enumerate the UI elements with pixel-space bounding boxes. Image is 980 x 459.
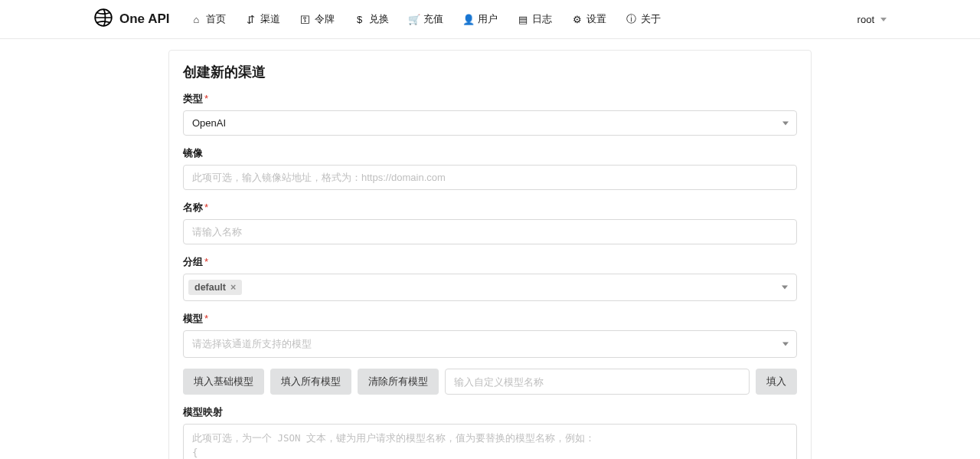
cart-icon: 🛒 (409, 14, 420, 25)
name-input[interactable] (183, 219, 797, 244)
user-icon: 👤 (463, 14, 474, 25)
nav-item-redeem[interactable]: $兑换 (347, 8, 397, 31)
form-card: 创建新的渠道 类型 OpenAI 镜像 名称 分组 default × 模型 请… (168, 50, 812, 459)
label-name: 名称 (183, 201, 797, 215)
label-model-mapping: 模型映射 (183, 405, 797, 419)
mirror-input[interactable] (183, 165, 797, 190)
model-select[interactable]: 请选择该通道所支持的模型 (183, 330, 797, 358)
fill-custom-button[interactable]: 填入 (756, 369, 797, 395)
user-menu[interactable]: root (858, 14, 887, 25)
caret-down-icon (880, 18, 887, 21)
sitemap-icon: ⇵ (246, 14, 256, 25)
clear-all-models-button[interactable]: 清除所有模型 (358, 369, 439, 395)
home-icon: ⌂ (191, 14, 202, 25)
model-mapping-textarea[interactable] (183, 424, 797, 459)
page-title: 创建新的渠道 (183, 63, 797, 81)
group-tag: default × (188, 280, 242, 295)
main-nav: ⌂首页 ⇵渠道 ⚿令牌 $兑换 🛒充值 👤用户 ▤日志 ⚙设置 ⓘ关于 (184, 8, 858, 31)
label-group: 分组 (183, 255, 797, 269)
book-icon: ▤ (518, 14, 528, 25)
nav-item-logs[interactable]: ▤日志 (510, 8, 560, 31)
nav-item-topup[interactable]: 🛒充值 (401, 8, 451, 31)
group-select[interactable]: default × (183, 274, 797, 301)
topbar: One API ⌂首页 ⇵渠道 ⚿令牌 $兑换 🛒充值 👤用户 ▤日志 ⚙设置 … (0, 0, 980, 39)
brand-logo-icon (93, 8, 113, 31)
custom-model-input[interactable] (445, 369, 750, 395)
nav-item-home[interactable]: ⌂首页 (184, 8, 234, 31)
nav-item-channels[interactable]: ⇵渠道 (238, 8, 288, 31)
nav-item-settings[interactable]: ⚙设置 (564, 8, 614, 31)
label-mirror: 镜像 (183, 146, 797, 160)
brand-name: One API (119, 11, 170, 27)
user-name: root (858, 14, 874, 25)
dollar-icon: $ (354, 14, 365, 25)
label-model: 模型 (183, 312, 797, 326)
key-icon: ⚿ (300, 14, 311, 25)
type-select[interactable]: OpenAI (183, 110, 797, 136)
nav-item-about[interactable]: ⓘ关于 (619, 8, 668, 31)
fill-all-models-button[interactable]: 填入所有模型 (270, 369, 351, 395)
tag-remove-icon[interactable]: × (230, 282, 236, 293)
brand[interactable]: One API (93, 8, 170, 31)
gear-icon: ⚙ (572, 14, 583, 25)
fill-base-models-button[interactable]: 填入基础模型 (183, 369, 264, 395)
label-type: 类型 (183, 92, 797, 106)
nav-item-users[interactable]: 👤用户 (456, 8, 505, 31)
info-icon: ⓘ (626, 12, 637, 26)
chevron-down-icon (782, 286, 788, 290)
nav-item-tokens[interactable]: ⚿令牌 (292, 8, 342, 31)
